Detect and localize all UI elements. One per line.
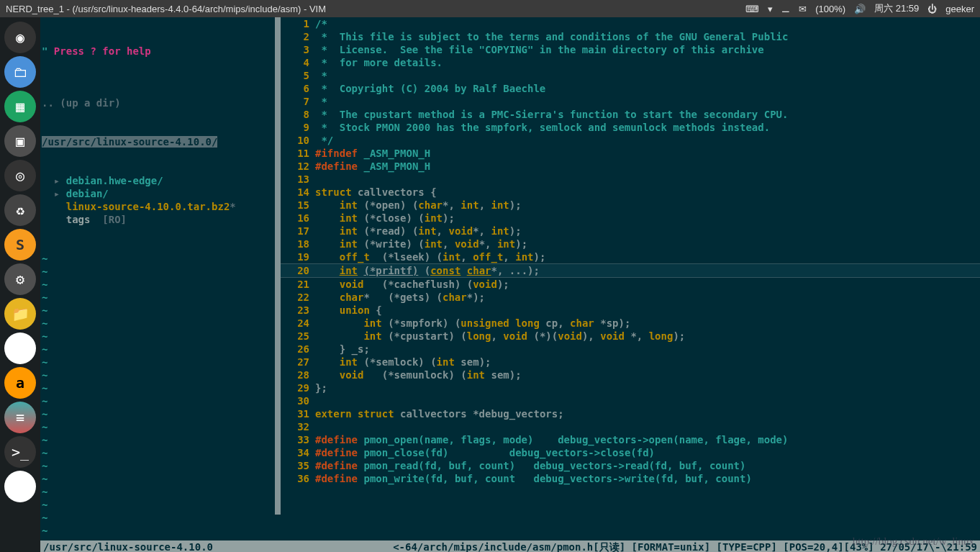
code-pane[interactable]: 1/*2 * This file is subject to the terms… (281, 17, 980, 515)
code-line[interactable]: 22 char* (*gets) (char*); (285, 291, 980, 304)
empty-line-tilde: ~ (42, 343, 275, 356)
code-line[interactable]: 11#ifndef _ASM_PMON_H (285, 147, 980, 160)
code-line[interactable]: 13 (285, 173, 980, 186)
code-line[interactable]: 10 */ (285, 134, 980, 147)
keyboard-icon[interactable]: ⌨ (745, 4, 759, 14)
mail-icon[interactable]: ✉ (799, 4, 807, 14)
empty-line-tilde: ~ (42, 485, 275, 498)
code-line[interactable]: 20 int (*printf) (const char*, ...); (281, 263, 980, 278)
settings-icon[interactable]: ⚙ (4, 263, 36, 295)
software-icon[interactable]: ▦ (4, 91, 36, 122)
system-tray[interactable]: ⌨ ▾ ⚊ ✉ (100%) 🔊 周六 21:59 ⏻ geeker (745, 2, 974, 15)
clock-text[interactable]: 周六 21:59 (874, 2, 919, 15)
code-line[interactable]: 8 * The cpustart method is a PMC-Sierra'… (285, 108, 980, 121)
nerdtree-item[interactable]: linux-source-4.10.0.tar.bz2* (42, 200, 275, 213)
code-line[interactable]: 34#define pmon_close(fd) debug_vectors->… (285, 446, 980, 459)
battery-text[interactable]: (100%) (815, 4, 845, 14)
code-line[interactable]: 30 (285, 394, 980, 407)
bluetooth-icon[interactable]: ⚊ (781, 4, 790, 14)
empty-line-tilde: ~ (42, 498, 275, 511)
code-line[interactable]: 2 * This file is subject to the terms an… (285, 30, 980, 43)
code-line[interactable]: 1/* (285, 17, 980, 30)
code-line[interactable]: 9 * Stock PMON 2000 has the smpfork, sem… (285, 121, 980, 134)
empty-line-tilde: ~ (42, 252, 275, 265)
chrome-icon[interactable]: ◉ (4, 332, 36, 364)
empty-line-tilde: ~ (42, 368, 275, 381)
empty-line-tilde: ~ (42, 356, 275, 368)
empty-line-tilde: ~ (42, 446, 275, 459)
code-line[interactable]: 27 int (*semlock) (int sem); (285, 356, 980, 368)
code-line[interactable]: 19 off_t (*lseek) (int, off_t, int); (285, 250, 980, 263)
code-line[interactable]: 4 * for more details. (285, 56, 980, 69)
code-line[interactable]: 15 int (*open) (char*, int, int); (285, 199, 980, 212)
dash-icon[interactable]: ◉ (4, 22, 36, 53)
statusbar: /usr/src/linux-source-4.10.0 <-64/arch/m… (40, 515, 980, 552)
code-line[interactable]: 33#define pmon_open(name, flags, mode) d… (285, 433, 980, 446)
disk-icon[interactable]: ◗ (4, 471, 36, 502)
code-line[interactable]: 36#define pmon_write(fd, buf, count debu… (285, 472, 980, 485)
empty-line-tilde: ~ (42, 472, 275, 485)
empty-line-tilde: ~ (42, 265, 275, 278)
vim-editor[interactable]: " Press ? for help .. (up a dir) /usr/sr… (40, 17, 980, 552)
recycle-icon[interactable]: ♻ (4, 194, 36, 226)
window-title: NERD_tree_1 - (/usr/src/linux-headers-4.… (6, 4, 745, 14)
nerdtree-item[interactable]: ▸ debian/ (42, 187, 275, 200)
nerdtree-pane[interactable]: " Press ? for help .. (up a dir) /usr/sr… (40, 17, 275, 515)
statusline-left: /usr/src/linux-source-4.10.0 (40, 540, 216, 552)
code-line[interactable]: 5 * (285, 69, 980, 82)
empty-line-tilde: ~ (42, 459, 275, 472)
code-line[interactable]: 35#define pmon_read(fd, buf, count) debu… (285, 459, 980, 472)
statusline-mid (216, 540, 283, 552)
username-text[interactable]: geeker (945, 4, 974, 14)
code-line[interactable]: 25 int (*cpustart) (long, void (*)(void)… (285, 330, 980, 343)
nerdtree-updir[interactable]: .. (up a dir) (42, 96, 275, 109)
code-line[interactable]: 7 * (285, 95, 980, 108)
empty-line-tilde: ~ (42, 420, 275, 433)
unity-launcher[interactable]: ◉ 🗀 ▦ ▣ ◎ ♻ S ⚙ 📁 ◉ a ≡ >_ ◗ (0, 17, 40, 552)
code-line[interactable]: 14struct callvectors { (285, 186, 980, 199)
code-line[interactable]: 26 } _s; (285, 343, 980, 356)
volume-icon[interactable]: 🔊 (854, 4, 866, 14)
empty-line-tilde: ~ (42, 304, 275, 317)
code-line[interactable]: 6 * Copyright (C) 2004 by Ralf Baechle (285, 82, 980, 95)
wifi-icon[interactable]: ▾ (768, 4, 773, 14)
terminal-icon[interactable]: >_ (4, 436, 36, 468)
vertical-split[interactable] (275, 17, 281, 515)
empty-line-tilde: ~ (42, 317, 275, 330)
nerdtree-help: " Press ? for help (42, 45, 275, 58)
nerdtree-item[interactable]: tags [RO] (42, 213, 275, 226)
stack-icon[interactable]: ≡ (4, 402, 36, 433)
code-line[interactable]: 16 int (*close) (int); (285, 212, 980, 225)
empty-line-tilde: ~ (42, 291, 275, 304)
code-line[interactable]: 21 void (*cacheflush) (void); (285, 278, 980, 291)
amazon-icon[interactable]: a (4, 367, 36, 399)
nerdtree-item[interactable]: ▸ debian.hwe-edge/ (42, 174, 275, 187)
empty-line-tilde: ~ (42, 407, 275, 420)
power-icon[interactable]: ⏻ (927, 4, 937, 14)
empty-line-tilde: ~ (42, 278, 275, 291)
code-line[interactable]: 24 int (*smpfork) (unsigned long cp, cha… (285, 317, 980, 330)
code-line[interactable]: 18 int (*write) (int, void*, int); (285, 237, 980, 250)
empty-line-tilde: ~ (42, 330, 275, 343)
code-line[interactable]: 23 union { (285, 304, 980, 317)
sublime-icon[interactable]: S (4, 229, 36, 261)
code-line[interactable]: 31extern struct callvectors *debug_vecto… (285, 407, 980, 420)
code-line[interactable]: 12#define _ASM_PMON_H (285, 160, 980, 173)
obs-icon[interactable]: ◎ (4, 160, 36, 191)
image-viewer-icon[interactable]: ▣ (4, 125, 36, 157)
nerdtree-selected[interactable]: /usr/src/linux-source-4.10.0/ (42, 135, 275, 148)
code-line[interactable]: 3 * License. See the file "COPYING" in t… (285, 43, 980, 56)
empty-line-tilde: ~ (42, 381, 275, 394)
watermark: http://blog.csdn.net/w_linux (853, 535, 974, 548)
system-topbar: NERD_tree_1 - (/usr/src/linux-headers-4.… (0, 0, 980, 17)
code-line[interactable]: 28 void (*semunlock) (int sem); (285, 368, 980, 381)
code-line[interactable]: 17 int (*read) (int, void*, int); (285, 225, 980, 237)
folder-icon[interactable]: 📁 (4, 298, 36, 330)
empty-line-tilde: ~ (42, 394, 275, 407)
empty-line-tilde: ~ (42, 433, 275, 446)
code-line[interactable]: 32 (285, 420, 980, 433)
code-line[interactable]: 29}; (285, 381, 980, 394)
files-icon[interactable]: 🗀 (4, 56, 36, 88)
